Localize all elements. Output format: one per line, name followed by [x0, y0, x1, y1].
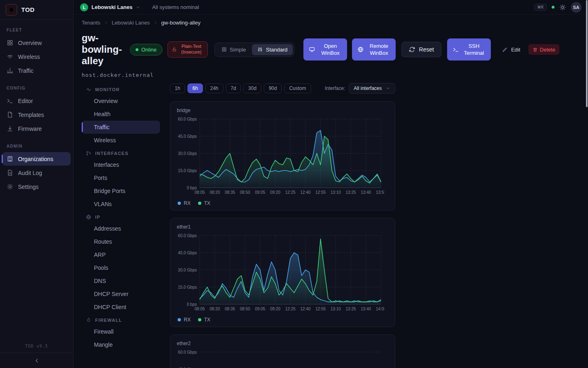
sidebar-nav: FLEETOverviewWirelessTrafficCONFIGEditor… [0, 20, 73, 194]
open-winbox-button[interactable]: Open WinBox [303, 38, 347, 61]
device-nav-item-arp[interactable]: ARP [82, 248, 160, 261]
reset-button[interactable]: Reset [401, 42, 441, 57]
svg-text:12:25: 12:25 [285, 307, 295, 311]
sidebar-item-templates[interactable]: Templates [2, 108, 71, 121]
sidebar-item-editor[interactable]: Editor [2, 94, 71, 108]
sidebar-item-settings[interactable]: Settings [2, 180, 71, 193]
range-6h-button[interactable]: 6h [187, 83, 203, 93]
gear-icon [7, 183, 13, 190]
svg-text:12:55: 12:55 [315, 190, 325, 195]
traffic-chart-svg: 60.0 Gbps45.0 Gbps30.0 Gbps15.0 Gbps0 bp… [177, 117, 384, 197]
sidebar-item-wireless[interactable]: Wireless [2, 50, 71, 63]
view-simple-button[interactable]: Simple [216, 44, 252, 55]
sidebar-item-organizations[interactable]: Organizations [2, 152, 71, 166]
user-avatar[interactable]: SA [571, 2, 581, 13]
svg-text:09:05: 09:05 [255, 307, 265, 311]
range-custom-button[interactable]: Custom [284, 83, 311, 93]
svg-text:45.0 Gbps: 45.0 Gbps [178, 134, 197, 139]
ssh-terminal-button[interactable]: SSH Terminal [447, 38, 491, 61]
device-nav-item-bridge-ports[interactable]: Bridge Ports [82, 184, 160, 197]
page-content: TenantsLebowski Lanesgw-bowling-alley gw… [74, 15, 588, 368]
device-nav-item-dhcp-client[interactable]: DHCP Client [82, 301, 160, 314]
traffic-chart-svg: 60.0 Gbps45.0 Gbps30.0 Gbps15.0 Gbps0 bp… [177, 233, 384, 313]
range-7d-button[interactable]: 7d [226, 83, 241, 93]
device-nav-item-mangle[interactable]: Mangle [82, 338, 160, 351]
svg-text:08:05: 08:05 [194, 307, 205, 311]
breadcrumb-tenants[interactable]: Tenants [82, 20, 100, 26]
svg-text:12:25: 12:25 [285, 190, 295, 195]
command-palette-shortcut[interactable]: ⌘K [534, 4, 547, 11]
view-standard-button[interactable]: Standard [252, 44, 293, 55]
online-status-badge: Online [130, 44, 163, 56]
range-90d-button[interactable]: 90d [264, 83, 282, 93]
refresh-icon [409, 46, 415, 53]
chevron-left-icon [33, 357, 40, 364]
page-scrollbar[interactable] [586, 0, 588, 107]
chevron-right-icon [153, 20, 158, 25]
sidebar-item-label: Audit Log [18, 170, 42, 176]
sidebar-item-overview[interactable]: Overview [2, 36, 71, 49]
device-nav-item-overview[interactable]: Overview [82, 94, 160, 108]
device-nav-item-traffic[interactable]: Traffic [82, 121, 160, 134]
sidebar-footer: TOD v9.5 [0, 341, 73, 368]
traffic-chart-svg: 60.0 Gbps45.0 Gbps30.0 Gbps15.0 Gbps0 bp… [177, 350, 384, 368]
terminal-icon [7, 97, 13, 104]
device-nav-item-health[interactable]: Health [82, 108, 160, 121]
topbar: L Lebowski Lanes All systems nominal ⌘K … [74, 0, 588, 15]
svg-text:15.0 Gbps: 15.0 Gbps [178, 168, 197, 173]
device-title: gw-bowling-alley [82, 32, 125, 67]
device-nav-item-pools[interactable]: Pools [82, 261, 160, 274]
device-nav-item-interfaces[interactable]: Interfaces [82, 158, 160, 171]
legend-rx: RX [178, 317, 191, 323]
device-nav-item-dhcp-server[interactable]: DHCP Server [82, 287, 160, 301]
svg-text:09:20: 09:20 [270, 307, 280, 311]
sidebar-item-label: Firmware [18, 126, 42, 132]
unlock-icon [172, 47, 177, 52]
svg-text:08:50: 08:50 [240, 190, 250, 195]
traffic-panel: 1h6h24h7d30d90dCustom Interface: All int… [170, 83, 395, 368]
svg-text:0 bps: 0 bps [187, 302, 197, 307]
device-nav-item-firewall[interactable]: Firewall [82, 325, 160, 338]
svg-text:12:40: 12:40 [300, 307, 310, 311]
svg-text:60.0 Gbps: 60.0 Gbps [178, 117, 197, 121]
device-nav-item-vlans[interactable]: VLANs [82, 197, 160, 211]
remote-winbox-button[interactable]: Remote WinBox [352, 38, 396, 61]
logo-row: TOD [0, 0, 73, 20]
sidebar-collapse-button[interactable] [0, 352, 73, 368]
range-24h-button[interactable]: 24h [205, 83, 223, 93]
device-nav-item-addresses[interactable]: Addresses [82, 222, 160, 235]
delete-button[interactable]: Delete [528, 44, 559, 55]
svg-text:08:50: 08:50 [240, 307, 250, 311]
sidebar-item-label: Organizations [18, 156, 53, 162]
theme-toggle-icon[interactable] [559, 4, 566, 11]
system-status: All systems nominal [152, 4, 199, 10]
sidebar-item-label: Settings [18, 184, 39, 190]
interface-select[interactable]: All interfaces [349, 83, 395, 94]
sidebar-item-firmware[interactable]: Firmware [2, 122, 71, 135]
device-nav-section-monitor: MONITOR [82, 83, 160, 94]
device-nav-item-routes[interactable]: Routes [82, 235, 160, 248]
range-1h-button[interactable]: 1h [170, 83, 185, 93]
device-nav-item-dns[interactable]: DNS [82, 274, 160, 287]
app-sidebar: TOD FLEETOverviewWirelessTrafficCONFIGEd… [0, 0, 74, 368]
sidebar-item-label: Overview [18, 40, 42, 46]
tenant-selector[interactable]: L Lebowski Lanes [80, 3, 140, 11]
svg-text:12:55: 12:55 [315, 307, 325, 311]
app-root: TOD FLEETOverviewWirelessTrafficCONFIGEd… [0, 0, 588, 368]
svg-text:13:40: 13:40 [361, 307, 371, 311]
filetext-icon [7, 169, 13, 176]
breadcrumb-lebowski-lanes[interactable]: Lebowski Lanes [112, 20, 150, 26]
chart-list: bridge60.0 Gbps45.0 Gbps30.0 Gbps15.0 Gb… [170, 101, 395, 368]
sidebar-item-audit-log[interactable]: Audit Log [2, 166, 71, 180]
range-30d-button[interactable]: 30d [243, 83, 261, 93]
sidebar-item-traffic[interactable]: Traffic [2, 64, 71, 77]
device-nav: MONITOROverviewHealthTrafficWirelessINTE… [82, 83, 160, 368]
device-nav-item-wireless[interactable]: Wireless [82, 134, 160, 147]
svg-text:13:10: 13:10 [330, 190, 341, 195]
edit-button[interactable]: Edit [499, 44, 523, 55]
svg-text:08:20: 08:20 [209, 307, 220, 311]
svg-text:08:05: 08:05 [194, 190, 205, 195]
time-range-group: 1h6h24h7d30d90dCustom [170, 83, 311, 93]
sliders-icon [257, 47, 263, 52]
device-nav-item-ports[interactable]: Ports [82, 171, 160, 184]
